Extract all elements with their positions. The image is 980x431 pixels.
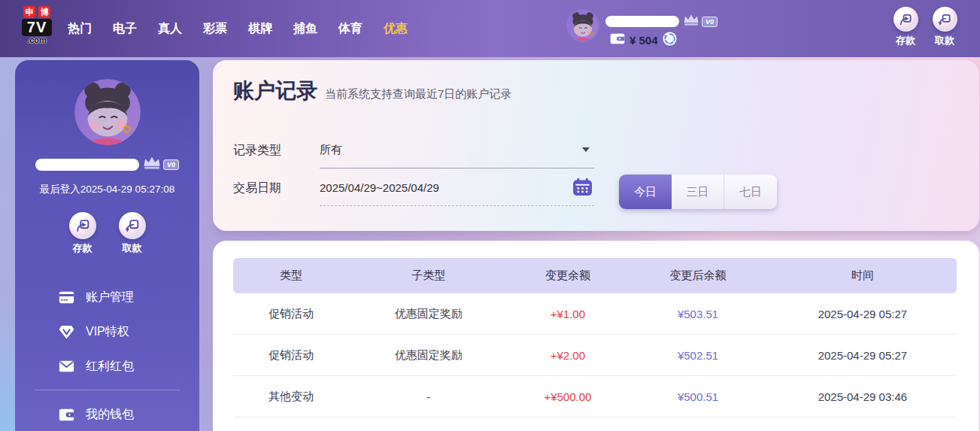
refresh-balance-icon[interactable] <box>663 32 677 49</box>
cell-type: 促销活动 <box>233 307 349 321</box>
nav-item-hot[interactable]: 热门 <box>68 21 92 37</box>
withdraw-label: 取款 <box>928 34 961 47</box>
nav-item-sports[interactable]: 体育 <box>338 21 363 37</box>
record-type-value: 所有 <box>320 143 342 157</box>
logo-badge-left: 申 <box>23 6 35 18</box>
cell-time: 2025-04-29 03:46 <box>769 390 957 403</box>
bank-card-icon <box>59 291 74 304</box>
sidebar-deposit-button[interactable]: 存款 <box>66 212 99 255</box>
sidebar-deposit-icon <box>69 212 96 239</box>
sidebar-vip-badge: V0 <box>163 159 179 170</box>
page-subtitle: 当前系统支持查询最近7日的账户记录 <box>325 87 511 102</box>
record-type-filter-row: 记录类型 所有 <box>233 132 594 168</box>
cell-subtype: - <box>349 390 508 403</box>
account-records-panel: 账户记录 当前系统支持查询最近7日的账户记录 记录类型 所有 交易日期 2025… <box>213 60 979 231</box>
main-nav: 热门 电子 真人 彩票 棋牌 捕鱼 体育 优惠 <box>68 0 408 57</box>
cell-balance-after: ¥500.51 <box>627 390 769 403</box>
header-balance-after: 变更后余额 <box>627 269 769 283</box>
sidebar-avatar-image <box>74 79 141 145</box>
cell-type: 其他变动 <box>233 390 349 404</box>
sidebar-crown-icon <box>142 156 162 173</box>
nav-item-cards[interactable]: 棋牌 <box>248 21 272 37</box>
sidebar-username-censored <box>35 159 139 171</box>
vip-badge: V0 <box>702 17 718 27</box>
cell-type: 促销活动 <box>233 348 349 363</box>
date-range-input[interactable]: 2025/04/29~2025/04/29 <box>320 170 594 206</box>
cell-subtype: 优惠固定奖励 <box>349 348 508 363</box>
logo-badge-right: 博 <box>38 6 50 18</box>
range-button-three-days[interactable]: 三日 <box>672 175 724 209</box>
sidebar-divider <box>35 390 180 390</box>
panel-title-row: 账户记录 当前系统支持查询最近7日的账户记录 <box>233 77 511 105</box>
date-range-value: 2025/04/29~2025/04/29 <box>320 181 439 194</box>
nav-item-fishing[interactable]: 捕鱼 <box>293 21 317 37</box>
range-button-seven-days[interactable]: 七日 <box>724 175 777 209</box>
page-title: 账户记录 <box>233 77 317 105</box>
nav-item-promos[interactable]: 优惠 <box>384 21 408 37</box>
nav-item-live[interactable]: 真人 <box>158 21 182 37</box>
header-time: 时间 <box>769 269 957 283</box>
sidebar-item-vip-privileges[interactable]: VIP特权 <box>15 314 199 349</box>
username-row: V0 <box>605 14 718 29</box>
cell-change-amount: +¥1.00 <box>508 308 628 320</box>
sidebar-avatar[interactable] <box>74 79 141 145</box>
top-bar: 申 博 7V .com 热门 电子 真人 彩票 棋牌 捕鱼 体育 优惠 <box>0 0 980 57</box>
user-cluster: V0 ¥ 504 <box>566 8 724 50</box>
cell-subtype: 优惠固定奖励 <box>349 307 508 321</box>
transaction-date-label: 交易日期 <box>233 181 320 196</box>
table-header-row: 类型 子类型 变更余额 变更后余额 时间 <box>233 258 957 293</box>
balance-row: ¥ 504 <box>610 32 677 49</box>
header-change-amount: 变更余额 <box>508 269 628 283</box>
sidebar-username-row: V0 <box>15 156 199 173</box>
header-type: 类型 <box>233 269 349 283</box>
sidebar-menu: 账户管理 VIP特权 红利红包 <box>15 280 199 431</box>
sidebar: V0 最后登入2025-04-29 05:27:08 存款 <box>15 60 199 431</box>
nav-item-slots[interactable]: 电子 <box>113 21 137 37</box>
cell-time: 2025-04-29 05:27 <box>769 349 957 362</box>
range-button-today[interactable]: 今日 <box>619 175 672 209</box>
sidebar-item-my-wallet[interactable]: 我的钱包 <box>15 397 199 431</box>
wallet-icon <box>59 408 74 421</box>
calendar-icon[interactable] <box>572 178 593 199</box>
wallet-icon <box>610 33 625 47</box>
cell-balance-after: ¥502.51 <box>627 349 769 362</box>
sidebar-item-bonus-red-packet[interactable]: 红利红包 <box>15 349 199 384</box>
sidebar-item-label: 我的钱包 <box>86 407 134 423</box>
balance-value: ¥ 504 <box>630 34 658 47</box>
logo-name: 7V <box>22 19 52 36</box>
cell-time: 2025-04-29 05:27 <box>769 308 957 320</box>
sidebar-quick-actions: 存款 取款 <box>15 212 199 255</box>
deposit-button[interactable]: 存款 <box>889 7 922 47</box>
records-table-panel: 类型 子类型 变更余额 变更后余额 时间 促销活动 优惠固定奖励 +¥1.00 … <box>213 241 979 431</box>
nav-item-lottery[interactable]: 彩票 <box>203 21 227 37</box>
sidebar-deposit-label: 存款 <box>66 241 99 255</box>
envelope-icon <box>59 360 74 372</box>
cell-change-amount: +¥500.00 <box>508 390 628 403</box>
withdraw-button[interactable]: 取款 <box>928 7 961 47</box>
cell-change-amount: +¥2.00 <box>508 349 628 362</box>
sidebar-item-account-management[interactable]: 账户管理 <box>15 280 199 314</box>
username-censored <box>605 16 679 27</box>
avatar[interactable] <box>566 9 599 42</box>
sidebar-item-label: 红利红包 <box>86 359 134 375</box>
page: 申 博 7V .com 热门 电子 真人 彩票 棋牌 捕鱼 体育 优惠 <box>0 0 980 431</box>
table-row: 促销活动 优惠固定奖励 +¥1.00 ¥503.51 2025-04-29 05… <box>233 293 957 335</box>
deposit-icon <box>894 7 918 32</box>
chevron-down-icon <box>582 147 590 152</box>
sidebar-withdraw-label: 取款 <box>116 241 149 255</box>
vip-gem-icon <box>59 325 74 339</box>
sidebar-withdraw-icon <box>119 212 146 239</box>
sidebar-item-label: VIP特权 <box>86 324 129 340</box>
logo-tld: .com <box>14 35 60 44</box>
table-row: 其他变动 - +¥500.00 ¥500.51 2025-04-29 03:46 <box>233 376 957 417</box>
cell-balance-after: ¥503.51 <box>627 308 769 320</box>
sidebar-withdraw-button[interactable]: 取款 <box>116 212 149 255</box>
crown-icon <box>682 14 700 29</box>
record-type-select[interactable]: 所有 <box>320 132 594 168</box>
transaction-date-filter-row: 交易日期 2025/04/29~2025/04/29 <box>233 170 594 206</box>
last-login-text: 最后登入2025-04-29 05:27:08 <box>15 183 199 196</box>
sidebar-item-label: 账户管理 <box>86 290 134 305</box>
site-logo[interactable]: 申 博 7V .com <box>14 6 60 44</box>
logo-badges: 申 博 <box>14 6 60 18</box>
record-type-label: 记录类型 <box>233 143 320 159</box>
